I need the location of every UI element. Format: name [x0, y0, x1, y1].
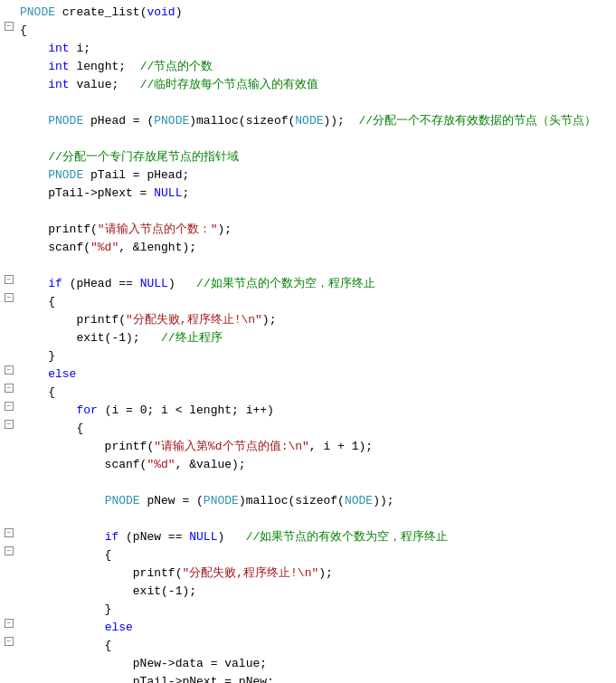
- comment-token: //分配一个不存放有效数据的节点（头节点）: [359, 114, 597, 128]
- kw-token: NULL: [189, 530, 217, 544]
- fold-button[interactable]: −: [5, 420, 14, 429]
- code-line-35: − {: [0, 637, 616, 655]
- var-token: [20, 78, 48, 91]
- var-token: [20, 42, 48, 55]
- kw-token: NULL: [154, 186, 182, 200]
- var-token: (i = 0; i < lenght; i++): [98, 403, 274, 417]
- fold-button[interactable]: −: [5, 22, 14, 31]
- var-token: )malloc(sizeof(: [189, 114, 295, 128]
- code-line-12: printf("请输入节点的个数：");: [0, 221, 616, 239]
- fn-token: ): [175, 5, 183, 19]
- fold-button[interactable]: −: [5, 619, 14, 628]
- var-token: lenght;: [70, 60, 140, 73]
- code-line-10: pTail->pNext = NULL;: [0, 185, 616, 203]
- op-token: {: [20, 24, 27, 37]
- var-token: [20, 168, 48, 182]
- var-token: [20, 60, 48, 73]
- var-token: , i + 1);: [309, 440, 373, 453]
- var-token: [20, 277, 48, 290]
- code-line-8: //分配一个专门存放尾节点的指针域: [0, 148, 616, 166]
- code-line-1: −{: [0, 22, 616, 40]
- var-token: ));: [373, 494, 393, 508]
- var-token: printf(: [20, 313, 126, 327]
- fold-button[interactable]: −: [5, 365, 14, 375]
- var-token: ;: [182, 186, 189, 200]
- fold-button[interactable]: −: [5, 402, 14, 411]
- code-line-0: PNODE create_list(void): [0, 4, 616, 22]
- code-line-7: [0, 130, 616, 148]
- code-line-26: [0, 474, 616, 492]
- var-token: printf(: [20, 440, 154, 453]
- var-token: (pHead ==: [62, 277, 140, 290]
- code-line-25: scanf("%d", &value);: [0, 456, 616, 474]
- var-token: , &lenght);: [118, 241, 196, 254]
- str-token: "请输入节点的个数：": [98, 223, 218, 236]
- var-token: )malloc(sizeof(: [239, 494, 345, 508]
- code-line-34: − else: [0, 619, 616, 637]
- macro-token: PNODE: [20, 5, 55, 19]
- var-token: pTail->pNext =: [20, 186, 154, 200]
- fold-button[interactable]: −: [5, 275, 14, 284]
- var-token: [20, 494, 105, 508]
- code-line-6: PNODE pHead = (PNODE)malloc(sizeof(NODE)…: [0, 112, 616, 130]
- var-token: pNew = (: [140, 494, 204, 508]
- macro-token: PNODE: [48, 168, 83, 182]
- var-token: value;: [70, 78, 140, 91]
- comment-token: //如果节点的有效个数为空，程序终止: [246, 530, 449, 544]
- var-token: );: [262, 313, 277, 327]
- str-token: "%d": [90, 241, 118, 254]
- code-line-24: printf("请输入第%d个节点的值:\n", i + 1);: [0, 438, 616, 456]
- fold-button[interactable]: −: [5, 528, 14, 537]
- str-token: "分配失败,程序终止!\n": [126, 313, 262, 327]
- code-line-33: }: [0, 601, 616, 619]
- kw-token: else: [48, 367, 76, 381]
- code-line-29: − if (pNew == NULL) //如果节点的有效个数为空，程序终止: [0, 528, 616, 546]
- var-token: ): [217, 530, 245, 544]
- fold-button[interactable]: −: [5, 293, 14, 302]
- var-token: pTail = pHead;: [83, 168, 189, 182]
- code-line-28: [0, 510, 616, 528]
- var-token: }: [20, 602, 111, 616]
- comment-token: //节点的个数: [140, 60, 213, 73]
- kw-token: void: [147, 5, 175, 19]
- fold-button[interactable]: −: [5, 546, 14, 555]
- comment-token: //临时存放每个节点输入的有效值: [140, 78, 319, 91]
- var-token: , &value);: [175, 458, 246, 471]
- var-token: exit(-1);: [20, 584, 196, 598]
- fn-token: create_list(: [55, 5, 147, 19]
- code-line-14: [0, 257, 616, 275]
- str-token: "分配失败,程序终止!\n": [182, 566, 318, 580]
- var-token: }: [20, 349, 55, 363]
- var-token: printf(: [20, 223, 98, 236]
- fold-button[interactable]: −: [5, 637, 14, 646]
- var-token: );: [318, 566, 333, 580]
- code-line-27: PNODE pNew = (PNODE)malloc(sizeof(NODE))…: [0, 492, 616, 510]
- var-token: ));: [324, 114, 359, 128]
- var-token: );: [217, 223, 232, 236]
- code-line-5: [0, 94, 616, 112]
- code-line-30: − {: [0, 546, 616, 564]
- code-container: PNODE create_list(void)−{ int i; int len…: [0, 0, 616, 683]
- kw-token: NULL: [140, 277, 168, 290]
- var-token: scanf(: [20, 241, 90, 254]
- code-line-16: − {: [0, 293, 616, 311]
- macro-token: PNODE: [154, 114, 189, 128]
- var-token: i;: [70, 42, 90, 55]
- var-token: {: [20, 295, 55, 308]
- var-token: {: [20, 385, 55, 399]
- code-line-20: − else: [0, 365, 616, 384]
- fold-button[interactable]: −: [5, 384, 14, 393]
- code-line-36: pNew->data = value;: [0, 655, 616, 673]
- var-token: exit(-1);: [20, 331, 161, 345]
- var-token: [20, 621, 105, 634]
- macro-token: PNODE: [48, 114, 83, 128]
- code-line-13: scanf("%d", &lenght);: [0, 239, 616, 257]
- type-token: int: [48, 78, 69, 91]
- var-token: {: [20, 422, 83, 435]
- var-token: ): [168, 277, 196, 290]
- var-token: {: [20, 639, 111, 652]
- var-token: {: [20, 548, 111, 562]
- code-line-9: PNODE pTail = pHead;: [0, 166, 616, 185]
- code-line-11: [0, 203, 616, 221]
- comment-token: //分配一个专门存放尾节点的指针域: [20, 150, 239, 164]
